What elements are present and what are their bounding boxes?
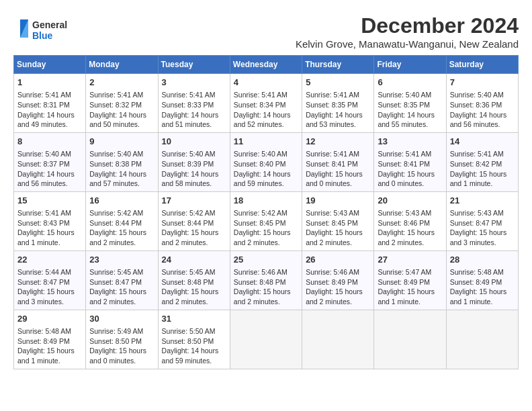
day-info: Sunrise: 5:41 AM Sunset: 8:43 PM Dayligh… — [17, 208, 82, 248]
calendar-day-cell — [302, 310, 374, 369]
day-number: 4 — [234, 77, 298, 89]
day-info: Sunrise: 5:42 AM Sunset: 8:44 PM Dayligh… — [162, 208, 226, 248]
day-number: 25 — [234, 254, 298, 266]
day-info: Sunrise: 5:40 AM Sunset: 8:36 PM Dayligh… — [450, 90, 515, 130]
day-number: 29 — [17, 313, 82, 325]
calendar-week-row: 22Sunrise: 5:44 AM Sunset: 8:47 PM Dayli… — [14, 250, 519, 310]
day-number: 20 — [378, 195, 442, 207]
day-number: 12 — [306, 136, 370, 148]
calendar-day-cell — [446, 310, 518, 369]
day-info: Sunrise: 5:45 AM Sunset: 8:48 PM Dayligh… — [162, 267, 226, 307]
day-info: Sunrise: 5:41 AM Sunset: 8:35 PM Dayligh… — [306, 90, 370, 130]
day-info: Sunrise: 5:48 AM Sunset: 8:49 PM Dayligh… — [17, 326, 82, 366]
calendar-day-cell: 2Sunrise: 5:41 AM Sunset: 8:32 PM Daylig… — [86, 74, 158, 133]
day-info: Sunrise: 5:47 AM Sunset: 8:49 PM Dayligh… — [378, 267, 442, 307]
svg-text:Blue: Blue — [32, 30, 53, 41]
calendar-day-cell: 31Sunrise: 5:50 AM Sunset: 8:50 PM Dayli… — [158, 310, 230, 369]
calendar-day-cell: 12Sunrise: 5:41 AM Sunset: 8:41 PM Dayli… — [302, 132, 374, 191]
calendar-day-cell: 14Sunrise: 5:41 AM Sunset: 8:42 PM Dayli… — [446, 132, 518, 191]
day-info: Sunrise: 5:41 AM Sunset: 8:41 PM Dayligh… — [306, 149, 370, 189]
day-info: Sunrise: 5:43 AM Sunset: 8:47 PM Dayligh… — [450, 208, 515, 248]
day-number: 31 — [162, 313, 226, 325]
calendar-day-cell: 26Sunrise: 5:46 AM Sunset: 8:49 PM Dayli… — [302, 250, 374, 310]
calendar-day-cell: 7Sunrise: 5:40 AM Sunset: 8:36 PM Daylig… — [446, 74, 518, 133]
day-info: Sunrise: 5:43 AM Sunset: 8:46 PM Dayligh… — [378, 208, 442, 248]
day-number: 6 — [378, 77, 442, 89]
day-info: Sunrise: 5:50 AM Sunset: 8:50 PM Dayligh… — [162, 326, 226, 366]
calendar-day-cell: 29Sunrise: 5:48 AM Sunset: 8:49 PM Dayli… — [14, 310, 86, 369]
title-area: December 2024 Kelvin Grove, Manawatu-Wan… — [296, 13, 519, 50]
day-info: Sunrise: 5:42 AM Sunset: 8:45 PM Dayligh… — [234, 208, 298, 248]
page-title: December 2024 — [296, 13, 519, 38]
logo: General Blue — [13, 16, 74, 44]
day-info: Sunrise: 5:46 AM Sunset: 8:49 PM Dayligh… — [306, 267, 370, 307]
day-number: 13 — [378, 136, 442, 148]
day-number: 15 — [17, 195, 82, 207]
calendar-day-cell: 15Sunrise: 5:41 AM Sunset: 8:43 PM Dayli… — [14, 191, 86, 250]
weekday-header: Tuesday — [158, 56, 230, 74]
day-info: Sunrise: 5:48 AM Sunset: 8:49 PM Dayligh… — [450, 267, 515, 307]
day-info: Sunrise: 5:41 AM Sunset: 8:33 PM Dayligh… — [162, 90, 226, 130]
day-info: Sunrise: 5:42 AM Sunset: 8:44 PM Dayligh… — [89, 208, 154, 248]
calendar-day-cell: 21Sunrise: 5:43 AM Sunset: 8:47 PM Dayli… — [446, 191, 518, 250]
day-number: 23 — [89, 254, 154, 266]
calendar-day-cell: 1Sunrise: 5:41 AM Sunset: 8:31 PM Daylig… — [14, 74, 86, 133]
day-number: 2 — [89, 77, 154, 89]
calendar-day-cell: 10Sunrise: 5:40 AM Sunset: 8:39 PM Dayli… — [158, 132, 230, 191]
day-info: Sunrise: 5:40 AM Sunset: 8:38 PM Dayligh… — [89, 149, 154, 189]
calendar-day-cell: 3Sunrise: 5:41 AM Sunset: 8:33 PM Daylig… — [158, 74, 230, 133]
calendar-day-cell: 13Sunrise: 5:41 AM Sunset: 8:41 PM Dayli… — [374, 132, 446, 191]
day-info: Sunrise: 5:41 AM Sunset: 8:32 PM Dayligh… — [89, 90, 154, 130]
day-number: 26 — [306, 254, 370, 266]
calendar-day-cell: 28Sunrise: 5:48 AM Sunset: 8:49 PM Dayli… — [446, 250, 518, 310]
day-info: Sunrise: 5:40 AM Sunset: 8:37 PM Dayligh… — [17, 149, 82, 189]
calendar-week-row: 8Sunrise: 5:40 AM Sunset: 8:37 PM Daylig… — [14, 132, 519, 191]
calendar-day-cell: 5Sunrise: 5:41 AM Sunset: 8:35 PM Daylig… — [302, 74, 374, 133]
weekday-header: Thursday — [302, 56, 374, 74]
calendar-table: SundayMondayTuesdayWednesdayThursdayFrid… — [13, 55, 519, 369]
logo-svg: General Blue — [13, 16, 74, 44]
day-number: 11 — [234, 136, 298, 148]
day-number: 22 — [17, 254, 82, 266]
day-number: 14 — [450, 136, 515, 148]
day-number: 30 — [89, 313, 154, 325]
weekday-header: Monday — [86, 56, 158, 74]
weekday-header: Wednesday — [230, 56, 302, 74]
day-number: 19 — [306, 195, 370, 207]
day-info: Sunrise: 5:45 AM Sunset: 8:47 PM Dayligh… — [89, 267, 154, 307]
page-header: General Blue December 2024 Kelvin Grove,… — [13, 13, 519, 50]
day-info: Sunrise: 5:41 AM Sunset: 8:31 PM Dayligh… — [17, 90, 82, 130]
calendar-week-row: 29Sunrise: 5:48 AM Sunset: 8:49 PM Dayli… — [14, 310, 519, 369]
day-number: 9 — [89, 136, 154, 148]
calendar-day-cell: 19Sunrise: 5:43 AM Sunset: 8:45 PM Dayli… — [302, 191, 374, 250]
calendar-day-cell — [230, 310, 302, 369]
calendar-day-cell: 16Sunrise: 5:42 AM Sunset: 8:44 PM Dayli… — [86, 191, 158, 250]
calendar-day-cell: 27Sunrise: 5:47 AM Sunset: 8:49 PM Dayli… — [374, 250, 446, 310]
calendar-day-cell: 20Sunrise: 5:43 AM Sunset: 8:46 PM Dayli… — [374, 191, 446, 250]
day-info: Sunrise: 5:41 AM Sunset: 8:41 PM Dayligh… — [378, 149, 442, 189]
day-info: Sunrise: 5:40 AM Sunset: 8:40 PM Dayligh… — [234, 149, 298, 189]
calendar-day-cell: 22Sunrise: 5:44 AM Sunset: 8:47 PM Dayli… — [14, 250, 86, 310]
day-info: Sunrise: 5:43 AM Sunset: 8:45 PM Dayligh… — [306, 208, 370, 248]
day-number: 7 — [450, 77, 515, 89]
calendar-day-cell: 17Sunrise: 5:42 AM Sunset: 8:44 PM Dayli… — [158, 191, 230, 250]
day-number: 28 — [450, 254, 515, 266]
calendar-week-row: 15Sunrise: 5:41 AM Sunset: 8:43 PM Dayli… — [14, 191, 519, 250]
day-info: Sunrise: 5:40 AM Sunset: 8:39 PM Dayligh… — [162, 149, 226, 189]
day-number: 5 — [306, 77, 370, 89]
calendar-week-row: 1Sunrise: 5:41 AM Sunset: 8:31 PM Daylig… — [14, 74, 519, 133]
calendar-day-cell: 8Sunrise: 5:40 AM Sunset: 8:37 PM Daylig… — [14, 132, 86, 191]
day-number: 24 — [162, 254, 226, 266]
day-info: Sunrise: 5:46 AM Sunset: 8:48 PM Dayligh… — [234, 267, 298, 307]
weekday-header-row: SundayMondayTuesdayWednesdayThursdayFrid… — [14, 56, 519, 74]
day-info: Sunrise: 5:40 AM Sunset: 8:35 PM Dayligh… — [378, 90, 442, 130]
page-subtitle: Kelvin Grove, Manawatu-Wanganui, New Zea… — [296, 38, 519, 50]
calendar-day-cell: 30Sunrise: 5:49 AM Sunset: 8:50 PM Dayli… — [86, 310, 158, 369]
day-number: 1 — [17, 77, 82, 89]
svg-text:General: General — [32, 19, 67, 30]
calendar-day-cell — [374, 310, 446, 369]
day-info: Sunrise: 5:41 AM Sunset: 8:42 PM Dayligh… — [450, 149, 515, 189]
calendar-day-cell: 9Sunrise: 5:40 AM Sunset: 8:38 PM Daylig… — [86, 132, 158, 191]
weekday-header: Sunday — [14, 56, 86, 74]
day-number: 21 — [450, 195, 515, 207]
